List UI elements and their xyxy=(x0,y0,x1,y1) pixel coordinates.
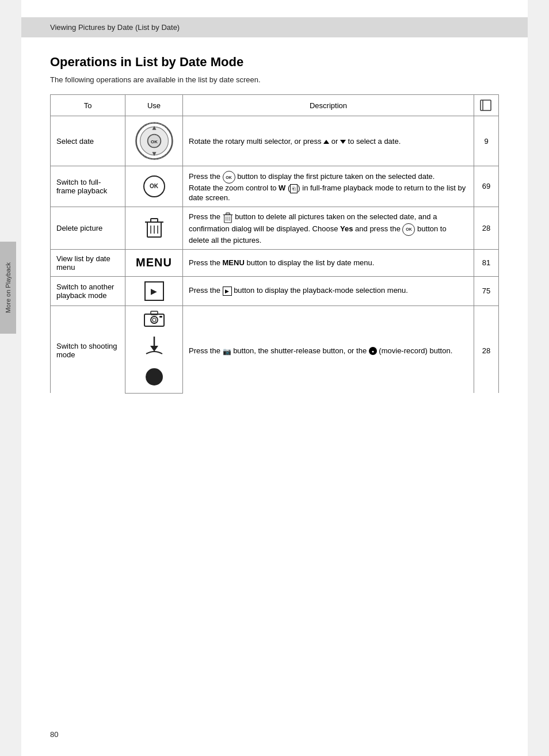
row-desc-fullframe: Press the OK button to display the first… xyxy=(183,166,474,207)
play-button-icon: ▶ xyxy=(144,281,164,301)
svg-point-11 xyxy=(171,140,173,142)
row-to-viewlist: View list by date menu xyxy=(51,249,125,276)
row-use-select-date: OK xyxy=(125,116,183,166)
ok-button-icon: OK xyxy=(143,175,165,197)
row-desc-shooting: Press the 📷 button, the shutter-release … xyxy=(183,306,474,393)
svg-rect-28 xyxy=(159,316,162,318)
row-to-select-date: Select date xyxy=(51,116,125,166)
row-desc-select-date: Rotate the rotary multi selector, or pre… xyxy=(183,116,474,166)
movie-inline-icon: ● xyxy=(369,347,377,355)
svg-point-31 xyxy=(146,368,163,385)
page-number: 80 xyxy=(50,730,58,739)
svg-rect-0 xyxy=(481,100,491,110)
row-use-fullframe: OK xyxy=(125,166,183,207)
row-ref-viewlist: 81 xyxy=(474,249,499,276)
row-use-shooting-movie xyxy=(125,362,183,394)
col-header-use: Use xyxy=(125,95,183,116)
row-ref-delete: 28 xyxy=(474,207,499,249)
table-row: Switch to full-frame playback OK Press t… xyxy=(51,166,499,207)
row-use-shooting-shutter xyxy=(125,331,183,362)
svg-text:OK: OK xyxy=(151,139,158,144)
trash-inline-icon xyxy=(223,212,233,223)
film-icon: ⎗ xyxy=(290,184,298,193)
row-use-shooting-camera xyxy=(125,306,183,331)
svg-point-10 xyxy=(135,140,137,142)
table-row: View list by date menu MENU Press the ME… xyxy=(51,249,499,276)
camera-icon xyxy=(144,311,165,327)
row-desc-playback: Press the ▶ button to display the playba… xyxy=(183,276,474,306)
ok-inline-icon: OK xyxy=(223,171,235,184)
col-header-description: Description xyxy=(183,95,474,116)
svg-rect-20 xyxy=(226,213,229,215)
side-tab: More on Playback xyxy=(0,242,16,334)
table-row: Switch to another playback mode ▶ Press … xyxy=(51,276,499,306)
row-to-fullframe: Switch to full-frame playback xyxy=(51,166,125,207)
col-header-ref xyxy=(474,95,499,116)
side-tab-label: More on Playback xyxy=(5,262,12,313)
table-row: Delete picture Press the xyxy=(51,207,499,249)
col-header-to: To xyxy=(51,95,125,116)
operations-table: To Use Description Select date xyxy=(50,94,499,394)
row-ref-playback: 75 xyxy=(474,276,499,306)
svg-marker-30 xyxy=(150,346,158,352)
row-desc-delete: Press the button to delete all pictures … xyxy=(183,207,474,249)
page-subtitle: The following operations are available i… xyxy=(50,75,499,84)
table-row: Switch to shooting mode Press the 📷 butt… xyxy=(51,306,499,331)
row-use-delete xyxy=(125,207,183,249)
row-ref-shooting: 28 xyxy=(474,306,499,393)
play-inline-icon: ▶ xyxy=(223,287,232,296)
page-content: Viewing Pictures by Date (List by Date) … xyxy=(21,0,528,756)
row-to-shooting: Switch to shooting mode xyxy=(51,306,125,393)
shutter-icon xyxy=(144,335,165,356)
svg-point-27 xyxy=(152,318,156,322)
table-row: Select date OK xyxy=(51,116,499,166)
camera-inline-icon: 📷 xyxy=(223,347,231,355)
svg-rect-14 xyxy=(151,219,158,222)
row-desc-viewlist: Press the MENU button to display the lis… xyxy=(183,249,474,276)
ok-inline-icon2: OK xyxy=(402,223,415,236)
row-use-viewlist: MENU xyxy=(125,249,183,276)
trash-icon xyxy=(144,216,164,238)
svg-point-26 xyxy=(151,316,158,323)
row-ref-select-date: 9 xyxy=(474,116,499,166)
row-use-playback: ▶ xyxy=(125,276,183,306)
row-ref-fullframe: 69 xyxy=(474,166,499,207)
menu-text-icon: MENU xyxy=(136,256,172,269)
row-to-playback: Switch to another playback mode xyxy=(51,276,125,306)
page-title: Operations in List by Date Mode xyxy=(50,55,499,70)
breadcrumb: Viewing Pictures by Date (List by Date) xyxy=(21,17,528,37)
movie-record-icon xyxy=(144,367,164,387)
row-to-delete: Delete picture xyxy=(51,207,125,249)
